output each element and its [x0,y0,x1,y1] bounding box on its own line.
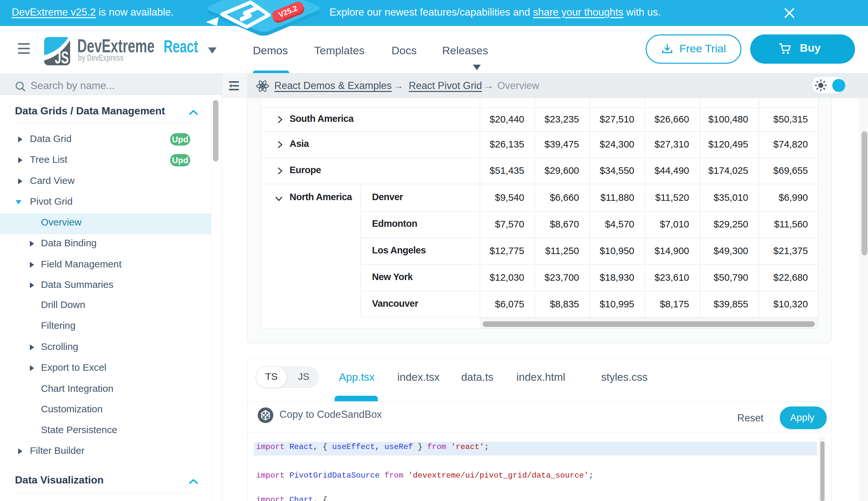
svg-text:JS: JS [55,48,69,65]
